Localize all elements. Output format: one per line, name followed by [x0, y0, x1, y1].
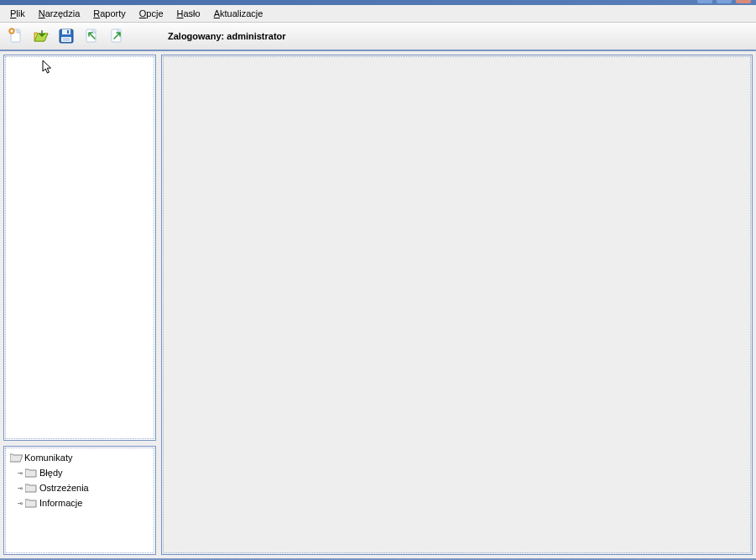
left-column: Komunikaty ⊸ Błędy ⊸ Ostrzeżenia ⊸ [3, 55, 156, 555]
menu-opcje[interactable]: Opcje [133, 7, 170, 20]
menu-raporty[interactable]: Raporty [86, 7, 133, 20]
import-doc-icon [83, 28, 100, 44]
window-minimize-button[interactable] [697, 0, 712, 3]
open-folder-button[interactable] [30, 25, 52, 47]
folder-open-icon [9, 453, 23, 463]
folder-icon [24, 468, 38, 478]
menu-plik[interactable]: Plik [3, 7, 32, 20]
tree-item-bledy[interactable]: ⊸ Błędy [8, 465, 152, 480]
menu-narzedzia[interactable]: Narzędzia [32, 7, 87, 20]
tree-item-informacje[interactable]: ⊸ Informacje [8, 495, 152, 510]
menu-bar: Plik Narzędzia Raporty Opcje Hasło Aktua… [0, 5, 756, 23]
tree-item-label: Ostrzeżenia [39, 483, 89, 493]
window-close-button[interactable] [736, 0, 751, 3]
folder-icon [24, 483, 38, 493]
save-floppy-icon [58, 28, 75, 44]
open-folder-icon [33, 28, 50, 44]
tree-item-label: Błędy [39, 468, 63, 478]
export-doc-button[interactable] [106, 25, 128, 47]
tree-item-label: Informacje [39, 498, 82, 508]
login-status-label: Zalogowany: [168, 31, 224, 41]
expand-handle-icon[interactable]: ⊸ [16, 468, 24, 478]
export-doc-icon [108, 28, 125, 44]
content-area: Komunikaty ⊸ Błędy ⊸ Ostrzeżenia ⊸ [0, 51, 756, 560]
toolbar: Zalogowany: administrator [0, 23, 756, 51]
login-status: Zalogowany: administrator [168, 31, 286, 41]
menu-aktualizacje[interactable]: Aktualizacje [207, 7, 270, 20]
new-file-button[interactable] [5, 25, 27, 47]
svg-rect-5 [61, 37, 71, 42]
tree-root-label: Komunikaty [24, 453, 72, 463]
main-content-panel [161, 55, 753, 555]
folder-icon [24, 498, 38, 508]
tree-item-ostrzezenia[interactable]: ⊸ Ostrzeżenia [8, 480, 152, 495]
new-file-icon [8, 28, 24, 44]
menu-haslo[interactable]: Hasło [170, 7, 207, 20]
svg-rect-4 [67, 30, 69, 34]
messages-tree-panel[interactable]: Komunikaty ⊸ Błędy ⊸ Ostrzeżenia ⊸ [3, 446, 156, 555]
import-doc-button[interactable] [81, 25, 102, 47]
expand-handle-icon[interactable]: ⊸ [16, 484, 24, 493]
expand-handle-icon[interactable]: ⊸ [16, 499, 24, 508]
tree-root-komunikaty[interactable]: Komunikaty [8, 450, 152, 465]
window-maximize-button[interactable] [717, 0, 732, 3]
login-status-user: administrator [227, 31, 285, 41]
svg-rect-3 [62, 29, 70, 34]
navigation-tree-panel[interactable] [3, 55, 156, 441]
save-button[interactable] [55, 25, 77, 47]
